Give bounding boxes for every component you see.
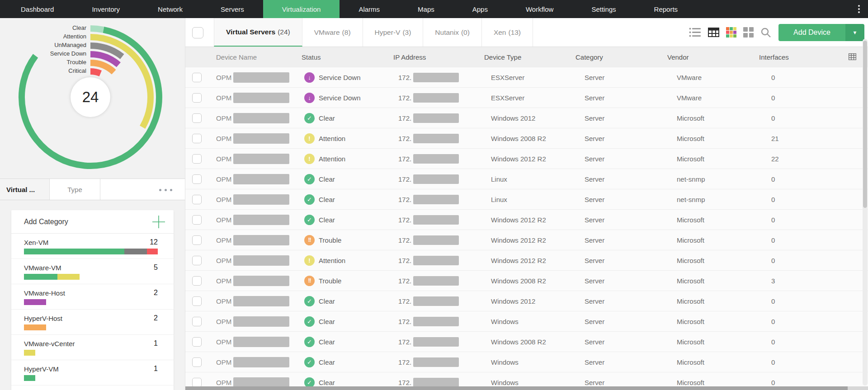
heatmap-view-icon[interactable]	[726, 27, 736, 38]
row-checkbox[interactable]	[192, 317, 202, 326]
add-device-button[interactable]: Add Device	[778, 24, 845, 41]
nav-item-apps[interactable]: Apps	[453, 0, 507, 18]
vertical-scrollbar[interactable]	[863, 39, 868, 385]
col-ip-address[interactable]: IP Address	[393, 53, 484, 61]
table-view-icon[interactable]	[708, 28, 719, 37]
tab-hyper-v[interactable]: Hyper-V(3)	[363, 18, 424, 47]
nav-item-alarms[interactable]: Alarms	[340, 0, 399, 18]
category-bar-segment	[24, 375, 35, 381]
table-row[interactable]: OPM ✓Clear 172. Windows 2012 Server Micr…	[185, 291, 868, 311]
category-item-hyperv-vm[interactable]: HyperV-VM1	[11, 360, 174, 385]
select-all-checkbox[interactable]	[192, 27, 203, 38]
table-row[interactable]: OPM !Attention 172. Windows 2012 R2 Serv…	[185, 250, 868, 270]
table-row[interactable]: OPM ✓Clear 172. Windows Server Microsoft…	[185, 311, 868, 331]
table-row[interactable]: OPM !!Trouble 172. Windows 2008 R2 Serve…	[185, 270, 868, 291]
redacted-ip	[413, 174, 459, 184]
row-checkbox[interactable]	[192, 113, 202, 123]
table-row[interactable]: OPM ✓Clear 172. Linux Server net-snmp 0	[185, 169, 868, 189]
col-vendor[interactable]: Vendor	[667, 53, 759, 61]
list-view-icon[interactable]	[689, 28, 701, 37]
row-checkbox[interactable]	[192, 296, 202, 306]
table-row[interactable]: OPM ✓Clear 172. Windows Server Microsoft…	[185, 352, 868, 372]
col-device-name[interactable]: Device Name	[216, 53, 302, 61]
row-checkbox[interactable]	[192, 276, 202, 286]
table-row[interactable]: OPM ✓Clear 172. Windows 2012 Server Micr…	[185, 108, 868, 128]
category-item-vmware-vcenter[interactable]: VMware-vCenter1	[11, 334, 174, 360]
redacted-ip	[413, 215, 459, 225]
category-item-vmware-host[interactable]: VMware-Host2	[11, 284, 174, 309]
redacted-device-name	[233, 337, 289, 347]
row-checkbox[interactable]	[192, 195, 202, 204]
ip-cell: 172.	[393, 195, 484, 204]
row-checkbox[interactable]	[192, 357, 202, 367]
col-device-type[interactable]: Device Type	[484, 53, 576, 61]
device-type-cell: Windows 2008 R2	[484, 135, 576, 142]
row-checkbox[interactable]	[192, 337, 202, 347]
tile-view-icon[interactable]	[743, 27, 754, 38]
status-cell: !!Trouble	[302, 276, 393, 286]
row-checkbox[interactable]	[192, 235, 202, 245]
nav-item-reports[interactable]: Reports	[635, 0, 697, 18]
tab-nutanix[interactable]: Nutanix(0)	[423, 18, 482, 47]
tab-xen[interactable]: Xen(13)	[482, 18, 533, 47]
status-cell: ↓Service Down	[302, 72, 393, 83]
overflow-menu-icon[interactable]	[854, 0, 863, 18]
device-type-cell: Windows 2008 R2	[484, 277, 576, 285]
row-checkbox[interactable]	[192, 256, 202, 265]
status-cell: !Attention	[302, 133, 393, 144]
nav-item-settings[interactable]: Settings	[572, 0, 635, 18]
table-row[interactable]: OPM ↓Service Down 172. ESXServer Server …	[185, 87, 868, 108]
table-row[interactable]: OPM !Attention 172. Windows 2008 R2 Serv…	[185, 128, 868, 148]
vertical-scrollbar-thumb[interactable]	[863, 41, 867, 208]
row-checkbox[interactable]	[192, 215, 202, 225]
column-chooser-icon[interactable]	[849, 53, 856, 61]
row-checkbox[interactable]	[192, 73, 202, 82]
category-item-hyperv-host[interactable]: HyperV-Host2	[11, 309, 174, 334]
category-item-xen-vm[interactable]: Xen-VM12	[11, 234, 174, 258]
col-category[interactable]: Category	[576, 53, 667, 61]
search-icon[interactable]	[760, 27, 771, 38]
add-device-dropdown[interactable]: ▼	[845, 24, 864, 41]
category-item-vmware-vm[interactable]: VMware-VM5	[11, 258, 174, 284]
nav-item-servers[interactable]: Servers	[202, 0, 263, 18]
col-interfaces[interactable]: Interfaces	[759, 53, 831, 61]
nav-item-dashboard[interactable]: Dashboard	[2, 0, 73, 18]
sidebar-tab-virtual[interactable]: Virtual ...	[0, 179, 50, 200]
category-panel: Add Category Xen-VM12VMware-VM5VMware-Ho…	[11, 210, 174, 390]
status-cell: ↓Service Down	[302, 93, 393, 103]
nav-item-network[interactable]: Network	[139, 0, 202, 18]
table-row[interactable]: OPM !!Trouble 172. Windows 2012 R2 Serve…	[185, 230, 868, 250]
horizontal-scrollbar-thumb[interactable]	[185, 386, 848, 390]
category-item-xen-host[interactable]: Xen-Host1	[11, 385, 174, 390]
tab-virtual-servers[interactable]: Virtual Servers(24)	[214, 18, 302, 47]
row-checkbox[interactable]	[192, 154, 202, 164]
table-row[interactable]: OPM !Attention 172. Windows 2012 R2 Serv…	[185, 148, 868, 169]
ip-cell: 172.	[393, 337, 484, 347]
row-checkbox[interactable]	[192, 134, 202, 143]
ip-cell: 172.	[393, 134, 484, 143]
col-status[interactable]: Status	[302, 53, 393, 61]
row-checkbox[interactable]	[192, 378, 202, 387]
sidebar-more-icon[interactable]	[159, 179, 172, 201]
ip-cell: 172.	[393, 276, 484, 286]
row-checkbox[interactable]	[192, 93, 202, 103]
table-row[interactable]: OPM ✓Clear 172. Linux Server net-snmp 0	[185, 189, 868, 209]
table-row[interactable]: OPM ↓Service Down 172. ESXServer Server …	[185, 67, 868, 87]
redacted-ip	[413, 296, 459, 306]
nav-item-workflow[interactable]: Workflow	[507, 0, 572, 18]
nav-item-inventory[interactable]: Inventory	[73, 0, 139, 18]
table-row[interactable]: OPM ✓Clear 172. Windows 2008 R2 Server M…	[185, 331, 868, 352]
status-icon: ✓	[304, 194, 315, 205]
row-checkbox[interactable]	[192, 174, 202, 184]
nav-item-maps[interactable]: Maps	[399, 0, 453, 18]
category-count: 1	[154, 365, 158, 373]
nav-item-virtualization[interactable]: Virtualization	[263, 0, 340, 18]
table-header: Device Name Status IP Address Device Typ…	[185, 47, 868, 67]
add-category-plus-icon[interactable]	[152, 215, 165, 229]
add-category-row[interactable]: Add Category	[11, 210, 174, 234]
sidebar-tab-type[interactable]: Type	[50, 179, 100, 200]
table-row[interactable]: OPM ✓Clear 172. Windows 2012 R2 Server M…	[185, 209, 868, 230]
tab-vmware[interactable]: VMware(8)	[302, 18, 363, 47]
horizontal-scrollbar[interactable]	[185, 386, 868, 390]
device-name-cell: OPM	[216, 133, 302, 144]
